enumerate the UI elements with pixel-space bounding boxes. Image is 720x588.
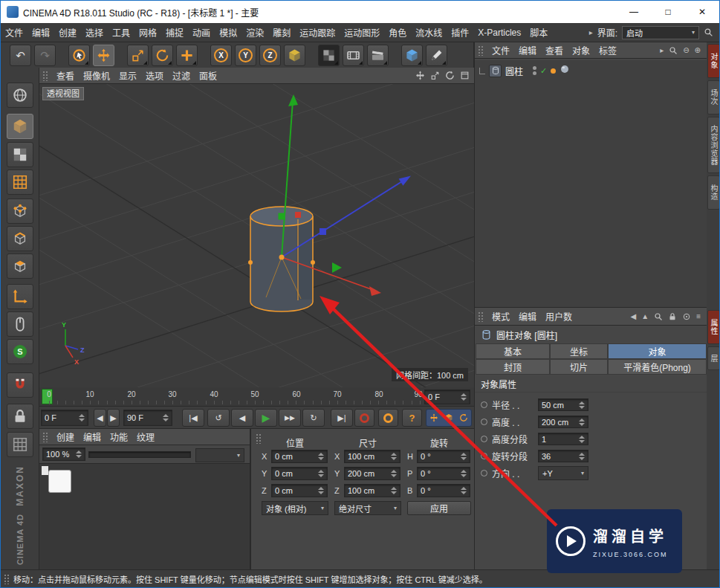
om-menu-view[interactable]: 查看	[541, 44, 568, 56]
tab-takes-vertical[interactable]: 场次	[707, 80, 720, 114]
current-frame-field[interactable]: 0 F	[41, 410, 88, 426]
pan-view-icon[interactable]	[415, 71, 425, 80]
viewport-menu-panel[interactable]: 面板	[195, 69, 221, 82]
goto-start-button[interactable]: |◀	[182, 409, 204, 427]
cylinder-object-icon[interactable]	[489, 65, 502, 77]
stepper[interactable]	[163, 414, 169, 421]
keyframe-dot-icon[interactable]	[481, 419, 487, 425]
menu-item-sculpt[interactable]: 雕刻	[268, 26, 295, 39]
menu-item-simulate[interactable]: 模拟	[215, 26, 241, 39]
panel-grip[interactable]	[478, 311, 484, 322]
undo-button[interactable]: ↶	[10, 45, 31, 66]
rotate-view-icon[interactable]	[445, 71, 455, 80]
position-y-field[interactable]: 0 cm	[271, 467, 328, 480]
workplane-lock-button[interactable]	[7, 404, 33, 429]
interface-select[interactable]: 启动 ▾	[622, 26, 699, 39]
next-frame-button[interactable]: ▶▶	[279, 409, 301, 427]
render-picture-viewer-button[interactable]	[343, 45, 364, 66]
keyframe-dot-icon[interactable]	[481, 453, 487, 459]
apply-button[interactable]: 应用	[407, 501, 471, 515]
rotation-p-field[interactable]: 0 °	[417, 467, 470, 480]
object-name[interactable]: 圆柱	[505, 65, 523, 77]
viewport-menu-options[interactable]: 选项	[141, 69, 168, 82]
frame-forward-button[interactable]: ▶	[107, 409, 120, 427]
add-primitive-button[interactable]	[401, 45, 423, 66]
loop-button[interactable]: ↻	[302, 409, 325, 427]
am-menu-userdata[interactable]: 用户数	[541, 310, 577, 323]
rotate-tool-button[interactable]	[152, 45, 173, 66]
rotation-h-field[interactable]: 0 °	[417, 450, 470, 463]
om-menu-edit[interactable]: 编辑	[514, 44, 541, 56]
position-mode-dropdown[interactable]: 对象 (相对) ▾	[262, 501, 328, 515]
panel-grip[interactable]	[4, 574, 10, 584]
search-icon[interactable]	[654, 312, 663, 321]
coordinate-system-button[interactable]	[284, 45, 305, 66]
material-menu-texture[interactable]: 纹理	[132, 430, 159, 443]
om-menu-objects[interactable]: 对象	[568, 44, 594, 56]
menu-item-tools[interactable]: 工具	[108, 26, 134, 39]
record-scale-icon[interactable]	[444, 413, 453, 422]
menu-item-character[interactable]: 角色	[384, 26, 411, 39]
panel-grip[interactable]	[478, 45, 484, 56]
frame-back-button[interactable]: ◀	[94, 409, 106, 427]
viewport-menu-camera[interactable]: 摄像机	[79, 69, 114, 82]
minimize-button[interactable]: —	[617, 1, 651, 23]
points-mode-button[interactable]	[7, 198, 33, 224]
panel-grip[interactable]	[42, 71, 49, 81]
menu-item-plugins[interactable]: 插件	[447, 26, 473, 39]
menu-item-animate[interactable]: 动画	[188, 26, 215, 39]
plus-icon[interactable]: ⊕	[695, 46, 701, 54]
record-position-icon[interactable]	[429, 413, 438, 422]
stepper[interactable]	[79, 414, 85, 421]
phong-tag-icon[interactable]	[560, 64, 570, 77]
goto-end-button[interactable]: ▶|	[331, 409, 353, 427]
tab-slice[interactable]: 切片	[550, 359, 608, 375]
position-z-field[interactable]: 0 cm	[271, 484, 328, 497]
position-x-field[interactable]: 0 cm	[271, 450, 328, 463]
material-menu-function[interactable]: 功能	[106, 430, 132, 443]
lock-z-axis-button[interactable]: Z	[259, 45, 281, 66]
size-y-field[interactable]: 200 cm	[344, 467, 400, 480]
menu-item-pipeline[interactable]: 流水线	[411, 26, 447, 39]
history-up-icon[interactable]: ▲	[641, 312, 649, 320]
lock-y-axis-button[interactable]: Y	[235, 45, 256, 66]
menu-item-motion-tracker[interactable]: 运动跟踪	[295, 26, 340, 39]
autokey-button[interactable]	[378, 409, 398, 427]
magnet-snap-button[interactable]	[7, 372, 33, 398]
tab-caps[interactable]: 封顶	[476, 359, 550, 375]
material-menu-create[interactable]: 创建	[52, 430, 79, 443]
play-button[interactable]: ▶	[255, 409, 277, 427]
live-selection-button[interactable]	[68, 45, 90, 66]
maximize-button[interactable]: □	[651, 1, 685, 23]
prev-frame-button[interactable]: ◀	[231, 409, 253, 427]
om-menu-file[interactable]: 文件	[487, 44, 514, 56]
viewport-menu-display[interactable]: 显示	[114, 69, 141, 82]
menu-item-xparticles[interactable]: X-Particles	[473, 28, 525, 38]
stepper[interactable]	[461, 393, 467, 401]
render-view-button[interactable]	[318, 45, 340, 66]
layer-dot-icon[interactable]	[551, 68, 556, 74]
tab-attributes-vertical[interactable]: 属性	[707, 310, 720, 344]
tab-basic[interactable]: 基本	[476, 343, 550, 359]
menu-item-snap[interactable]: 捕捉	[161, 26, 188, 39]
history-back-icon[interactable]: ◀	[631, 312, 637, 320]
lock-icon[interactable]	[668, 312, 677, 321]
snap-settings-button[interactable]: S	[7, 339, 33, 364]
menu-item-mograph[interactable]: 运动图形	[340, 26, 384, 39]
record-rotation-icon[interactable]	[459, 413, 468, 422]
zoom-view-icon[interactable]	[430, 71, 440, 80]
stepper[interactable]	[579, 436, 585, 443]
polygons-mode-button[interactable]	[7, 253, 33, 279]
tab-coordinates[interactable]: 坐标	[550, 343, 608, 359]
tab-object[interactable]: 对象	[608, 343, 707, 359]
target-icon[interactable]	[682, 312, 691, 321]
toggle-view-icon[interactable]	[460, 71, 470, 80]
viewport-3d[interactable]: Y Z X 透视视图 网格间距：100 cm	[39, 84, 474, 387]
object-row-cylinder[interactable]: 圆柱 ✓	[479, 64, 570, 77]
timeline-frame-field[interactable]: 0 F	[424, 390, 470, 404]
end-frame-field[interactable]: 90 F	[123, 410, 172, 426]
stepper[interactable]	[579, 419, 585, 426]
menu-item-mesh[interactable]: 网格	[134, 26, 161, 39]
make-editable-button[interactable]	[7, 83, 33, 108]
play-backward-button[interactable]: ↺	[207, 409, 230, 427]
